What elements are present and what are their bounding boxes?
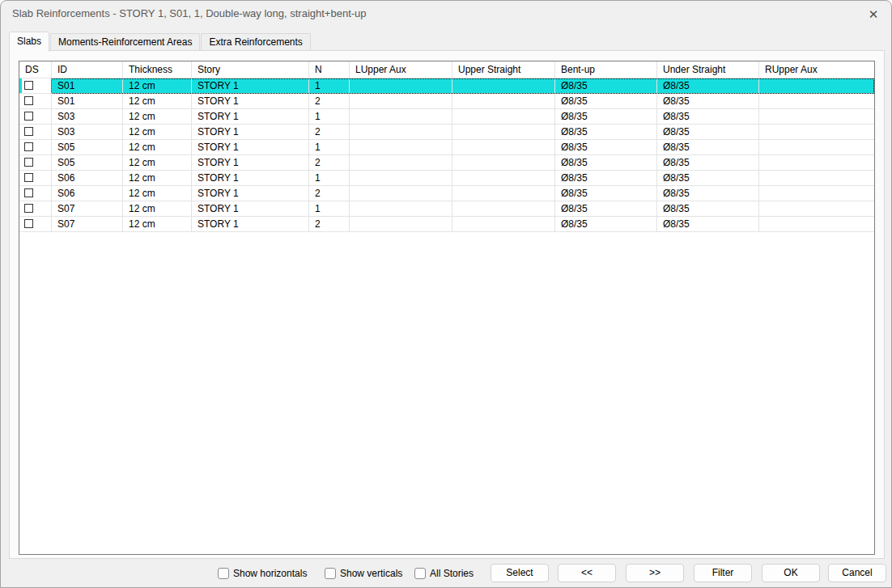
column-header-upper-straight[interactable]: Upper Straight bbox=[452, 61, 555, 78]
row-bent-up-cell[interactable]: Ø8/35 bbox=[555, 155, 657, 171]
ok-button[interactable]: OK bbox=[762, 564, 820, 582]
row-rupper-aux-cell[interactable] bbox=[759, 140, 874, 155]
row-story-cell[interactable]: STORY 1 bbox=[192, 109, 309, 125]
row-under-straight-cell[interactable]: Ø8/35 bbox=[657, 201, 759, 217]
row-checkbox[interactable] bbox=[24, 204, 33, 213]
row-story-cell[interactable]: STORY 1 bbox=[192, 201, 309, 217]
row-id-cell[interactable]: S07 bbox=[52, 217, 123, 232]
column-header-id[interactable]: ID bbox=[52, 61, 123, 78]
row-id-cell[interactable]: S05 bbox=[52, 155, 123, 171]
row-n-cell[interactable]: 2 bbox=[309, 186, 350, 201]
row-bent-up-cell[interactable]: Ø8/35 bbox=[555, 125, 657, 140]
row-under-straight-cell[interactable]: Ø8/35 bbox=[657, 155, 759, 171]
row-lupper-aux-cell[interactable] bbox=[350, 94, 452, 109]
row-under-straight-cell[interactable]: Ø8/35 bbox=[657, 186, 759, 201]
row-thickness-cell[interactable]: 12 cm bbox=[123, 171, 192, 186]
row-thickness-cell[interactable]: 12 cm bbox=[123, 217, 192, 232]
row-story-cell[interactable]: STORY 1 bbox=[192, 155, 309, 171]
row-thickness-cell[interactable]: 12 cm bbox=[123, 125, 192, 140]
row-bent-up-cell[interactable]: Ø8/35 bbox=[555, 78, 657, 94]
row-rupper-aux-cell[interactable] bbox=[759, 94, 874, 109]
row-under-straight-cell[interactable]: Ø8/35 bbox=[657, 140, 759, 155]
row-under-straight-cell[interactable]: Ø8/35 bbox=[657, 217, 759, 232]
row-id-cell[interactable]: S03 bbox=[52, 125, 123, 140]
row-id-cell[interactable]: S06 bbox=[52, 186, 123, 201]
row-under-straight-cell[interactable]: Ø8/35 bbox=[657, 78, 759, 94]
row-checkbox[interactable] bbox=[24, 158, 33, 167]
column-header-rupper-aux[interactable]: RUpper Aux bbox=[759, 61, 874, 78]
row-story-cell[interactable]: STORY 1 bbox=[192, 94, 309, 109]
row-upper-straight-cell[interactable] bbox=[452, 171, 555, 186]
row-rupper-aux-cell[interactable] bbox=[759, 171, 874, 186]
show-verticals-checkbox[interactable]: Show verticals bbox=[325, 567, 402, 580]
row-n-cell[interactable]: 1 bbox=[309, 171, 350, 186]
row-lupper-aux-cell[interactable] bbox=[350, 155, 452, 171]
row-checkbox[interactable] bbox=[24, 142, 33, 151]
row-n-cell[interactable]: 2 bbox=[309, 155, 350, 171]
row-lupper-aux-cell[interactable] bbox=[350, 201, 452, 217]
row-checkbox[interactable] bbox=[24, 127, 33, 136]
row-id-cell[interactable]: S01 bbox=[52, 94, 123, 109]
row-under-straight-cell[interactable]: Ø8/35 bbox=[657, 109, 759, 125]
row-lupper-aux-cell[interactable] bbox=[350, 186, 452, 201]
next-button[interactable]: >> bbox=[626, 564, 684, 582]
row-thickness-cell[interactable]: 12 cm bbox=[123, 201, 192, 217]
row-upper-straight-cell[interactable] bbox=[452, 94, 555, 109]
select-button[interactable]: Select bbox=[491, 564, 549, 582]
row-n-cell[interactable]: 1 bbox=[309, 109, 350, 125]
row-checkbox[interactable] bbox=[24, 112, 33, 121]
row-thickness-cell[interactable]: 12 cm bbox=[123, 78, 192, 94]
row-bent-up-cell[interactable]: Ø8/35 bbox=[555, 217, 657, 232]
all-stories-checkbox[interactable]: All Stories bbox=[414, 567, 474, 580]
row-story-cell[interactable]: STORY 1 bbox=[192, 78, 309, 94]
table-row[interactable]: S05 12 cm STORY 1 2 Ø8/35 Ø8/35 bbox=[19, 155, 874, 171]
row-story-cell[interactable]: STORY 1 bbox=[192, 186, 309, 201]
row-upper-straight-cell[interactable] bbox=[452, 140, 555, 155]
row-checkbox[interactable] bbox=[24, 81, 33, 90]
row-bent-up-cell[interactable]: Ø8/35 bbox=[555, 109, 657, 125]
tab-moments-reinforcement-areas[interactable]: Moments-Reinforcement Areas bbox=[50, 33, 200, 50]
row-rupper-aux-cell[interactable] bbox=[759, 201, 874, 217]
row-upper-straight-cell[interactable] bbox=[452, 78, 555, 94]
row-upper-straight-cell[interactable] bbox=[452, 201, 555, 217]
previous-button[interactable]: << bbox=[558, 564, 616, 582]
row-upper-straight-cell[interactable] bbox=[452, 186, 555, 201]
column-header-bent-up[interactable]: Bent-up bbox=[555, 61, 657, 78]
row-rupper-aux-cell[interactable] bbox=[759, 217, 874, 232]
column-header-thickness[interactable]: Thickness bbox=[123, 61, 192, 78]
row-n-cell[interactable]: 1 bbox=[309, 78, 350, 94]
row-under-straight-cell[interactable]: Ø8/35 bbox=[657, 94, 759, 109]
table-row[interactable]: S03 12 cm STORY 1 2 Ø8/35 Ø8/35 bbox=[19, 125, 874, 140]
column-header-lupper-aux[interactable]: LUpper Aux bbox=[350, 61, 452, 78]
row-bent-up-cell[interactable]: Ø8/35 bbox=[555, 140, 657, 155]
column-header-n[interactable]: N bbox=[309, 61, 350, 78]
row-thickness-cell[interactable]: 12 cm bbox=[123, 94, 192, 109]
row-thickness-cell[interactable]: 12 cm bbox=[123, 186, 192, 201]
show-horizontals-checkbox[interactable]: Show horizontals bbox=[218, 567, 307, 580]
row-lupper-aux-cell[interactable] bbox=[350, 140, 452, 155]
table-row[interactable]: S06 12 cm STORY 1 2 Ø8/35 Ø8/35 bbox=[19, 186, 874, 201]
row-story-cell[interactable]: STORY 1 bbox=[192, 171, 309, 186]
column-header-under-straight[interactable]: Under Straight bbox=[657, 61, 759, 78]
table-row[interactable]: S07 12 cm STORY 1 2 Ø8/35 Ø8/35 bbox=[19, 217, 874, 232]
filter-button[interactable]: Filter bbox=[694, 564, 752, 582]
cancel-button[interactable]: Cancel bbox=[828, 564, 886, 582]
row-thickness-cell[interactable]: 12 cm bbox=[123, 109, 192, 125]
table-row[interactable]: S06 12 cm STORY 1 1 Ø8/35 Ø8/35 bbox=[19, 171, 874, 186]
row-lupper-aux-cell[interactable] bbox=[350, 78, 452, 94]
row-under-straight-cell[interactable]: Ø8/35 bbox=[657, 171, 759, 186]
row-id-cell[interactable]: S01 bbox=[52, 78, 123, 94]
table-row[interactable]: S05 12 cm STORY 1 1 Ø8/35 Ø8/35 bbox=[19, 140, 874, 155]
row-lupper-aux-cell[interactable] bbox=[350, 125, 452, 140]
row-story-cell[interactable]: STORY 1 bbox=[192, 140, 309, 155]
row-n-cell[interactable]: 1 bbox=[309, 201, 350, 217]
row-lupper-aux-cell[interactable] bbox=[350, 171, 452, 186]
row-id-cell[interactable]: S06 bbox=[52, 171, 123, 186]
row-id-cell[interactable]: S03 bbox=[52, 109, 123, 125]
row-n-cell[interactable]: 2 bbox=[309, 94, 350, 109]
row-upper-straight-cell[interactable] bbox=[452, 155, 555, 171]
row-upper-straight-cell[interactable] bbox=[452, 109, 555, 125]
row-thickness-cell[interactable]: 12 cm bbox=[123, 140, 192, 155]
row-rupper-aux-cell[interactable] bbox=[759, 109, 874, 125]
row-id-cell[interactable]: S05 bbox=[52, 140, 123, 155]
